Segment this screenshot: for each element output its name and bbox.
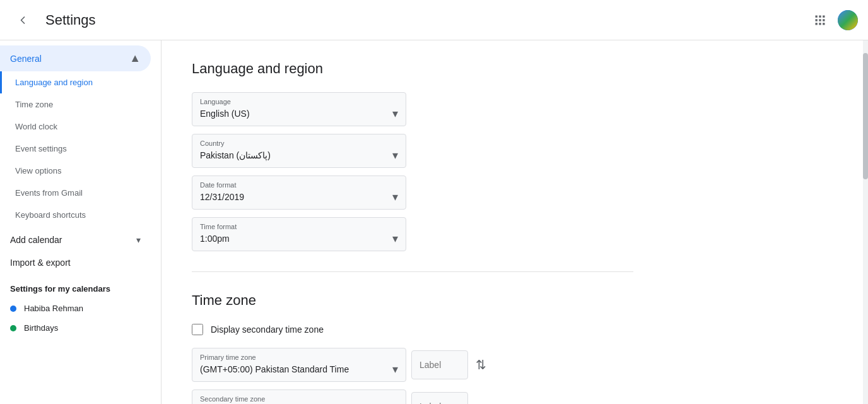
topbar-right bbox=[807, 8, 858, 33]
layout: General ▲ Language and region Time zone … bbox=[0, 40, 868, 404]
secondary-timezone-dropdown-label: Secondary time zone bbox=[200, 395, 398, 403]
habiba-label: Habiba Rehman bbox=[24, 304, 83, 313]
calendar-item-habiba[interactable]: Habiba Rehman bbox=[0, 299, 161, 318]
time-format-dropdown[interactable]: Time format 1:00pm ▾ bbox=[192, 217, 406, 251]
sidebar-item-keyboard-shortcuts[interactable]: Keyboard shortcuts bbox=[0, 204, 151, 226]
sidebar-item-timezone-label: Time zone bbox=[15, 100, 53, 109]
country-label: Country bbox=[200, 140, 398, 147]
country-dropdown-arrow: ▾ bbox=[392, 148, 398, 162]
import-export-label: Import & export bbox=[10, 258, 71, 268]
language-dropdown-arrow: ▾ bbox=[392, 107, 398, 121]
sidebar-general-section: General ▲ Language and region Time zone … bbox=[0, 45, 161, 226]
topbar: Settings bbox=[0, 0, 868, 40]
time-format-form-group: Time format 1:00pm ▾ bbox=[192, 217, 699, 251]
sidebar-item-time-zone[interactable]: Time zone bbox=[0, 93, 151, 116]
add-calendar-label: Add calendar bbox=[10, 235, 62, 245]
page-title: Settings bbox=[45, 12, 96, 28]
primary-timezone-value-text: (GMT+05:00) Pakistan Standard Time bbox=[200, 364, 349, 374]
language-region-title: Language and region bbox=[192, 61, 699, 77]
sidebar-add-calendar[interactable]: Add calendar ▾ bbox=[0, 229, 151, 251]
sidebar-item-events-from-gmail[interactable]: Events from Gmail bbox=[0, 182, 151, 204]
date-format-dropdown[interactable]: Date format 12/31/2019 ▾ bbox=[192, 175, 406, 210]
swap-icon[interactable]: ⇅ bbox=[473, 355, 489, 375]
date-format-dropdown-arrow: ▾ bbox=[392, 190, 398, 204]
time-format-label: Time format bbox=[200, 223, 398, 230]
date-format-form-group: Date format 12/31/2019 ▾ bbox=[192, 175, 699, 210]
sidebar-general-header[interactable]: General ▲ bbox=[0, 45, 151, 71]
secondary-timezone-label-input[interactable] bbox=[411, 392, 468, 404]
country-value-text: Pakistan (پاکستان) bbox=[200, 150, 271, 160]
birthdays-label: Birthdays bbox=[24, 323, 58, 333]
sidebar-item-view-options[interactable]: View options bbox=[0, 160, 151, 182]
secondary-timezone-dropdown-row: Secondary time zone Not selected ▾ bbox=[192, 389, 699, 404]
secondary-timezone-dropdown[interactable]: Secondary time zone Not selected ▾ bbox=[192, 389, 406, 404]
section-divider bbox=[192, 271, 633, 272]
calendar-item-birthdays[interactable]: Birthdays bbox=[0, 318, 161, 338]
svg-rect-2 bbox=[823, 15, 824, 17]
sidebar-general-items: Language and region Time zone World cloc… bbox=[0, 71, 161, 226]
chevron-down-icon: ▾ bbox=[136, 235, 141, 245]
sidebar-item-viewoptions-label: View options bbox=[15, 166, 61, 175]
apps-button[interactable] bbox=[807, 8, 833, 33]
primary-timezone-row: Primary time zone (GMT+05:00) Pakistan S… bbox=[192, 348, 699, 382]
language-value-text: English (US) bbox=[200, 109, 250, 119]
sidebar-item-keyboard-label: Keyboard shortcuts bbox=[15, 210, 86, 220]
language-region-section: Language and region Language English (US… bbox=[192, 61, 699, 251]
language-form-group: Language English (US) ▾ bbox=[192, 92, 699, 126]
country-form-group: Country Pakistan (پاکستان) ▾ bbox=[192, 134, 699, 168]
habiba-dot bbox=[10, 306, 16, 312]
sidebar-item-language-and-region[interactable]: Language and region bbox=[0, 71, 151, 93]
sidebar-import-export[interactable]: Import & export bbox=[0, 251, 151, 274]
scrollbar-thumb[interactable] bbox=[863, 53, 868, 179]
sidebar-item-event-settings[interactable]: Event settings bbox=[0, 138, 151, 160]
svg-rect-5 bbox=[823, 19, 824, 21]
settings-for-my-calendars: Settings for my calendars bbox=[0, 274, 161, 299]
date-format-value: 12/31/2019 ▾ bbox=[200, 190, 398, 204]
topbar-left: Settings bbox=[10, 8, 96, 33]
svg-rect-8 bbox=[823, 23, 824, 25]
scrollbar-track[interactable] bbox=[863, 40, 868, 404]
language-value: English (US) ▾ bbox=[200, 107, 398, 121]
country-dropdown[interactable]: Country Pakistan (پاکستان) ▾ bbox=[192, 134, 406, 168]
sidebar: General ▲ Language and region Time zone … bbox=[0, 40, 161, 404]
settings-for-label: Settings for my calendars bbox=[10, 284, 110, 294]
svg-rect-0 bbox=[816, 15, 818, 17]
sidebar-general-label: General bbox=[10, 54, 42, 64]
primary-timezone-label: Primary time zone bbox=[200, 354, 398, 361]
primary-timezone-label-input[interactable] bbox=[411, 350, 468, 379]
sidebar-item-language-label: Language and region bbox=[15, 78, 93, 87]
primary-timezone-arrow: ▾ bbox=[392, 362, 398, 376]
secondary-timezone-checkbox[interactable] bbox=[192, 324, 203, 335]
time-format-value: 1:00pm ▾ bbox=[200, 232, 398, 246]
date-format-value-text: 12/31/2019 bbox=[200, 192, 244, 202]
secondary-timezone-row: Display secondary time zone bbox=[192, 324, 699, 335]
timezone-title: Time zone bbox=[192, 292, 699, 309]
sidebar-item-eventsgmail-label: Events from Gmail bbox=[15, 188, 83, 198]
time-format-value-text: 1:00pm bbox=[200, 234, 230, 244]
sidebar-item-world-clock[interactable]: World clock bbox=[0, 116, 151, 138]
back-button[interactable] bbox=[10, 8, 35, 33]
chevron-up-icon: ▲ bbox=[129, 52, 141, 65]
country-value: Pakistan (پاکستان) ▾ bbox=[200, 148, 398, 162]
svg-rect-6 bbox=[816, 23, 818, 25]
svg-rect-7 bbox=[819, 23, 821, 25]
birthdays-dot bbox=[10, 325, 16, 331]
svg-rect-1 bbox=[819, 15, 821, 17]
time-format-dropdown-arrow: ▾ bbox=[392, 232, 398, 246]
avatar-image bbox=[838, 10, 858, 30]
timezone-section: Time zone Display secondary time zone Pr… bbox=[192, 292, 699, 404]
sidebar-item-worldclock-label: World clock bbox=[15, 122, 57, 131]
sidebar-item-eventsettings-label: Event settings bbox=[15, 144, 67, 153]
svg-rect-4 bbox=[819, 19, 821, 21]
secondary-timezone-label: Display secondary time zone bbox=[211, 324, 324, 335]
language-dropdown[interactable]: Language English (US) ▾ bbox=[192, 92, 406, 126]
date-format-label: Date format bbox=[200, 181, 398, 189]
main-content: Language and region Language English (US… bbox=[161, 40, 729, 404]
language-label: Language bbox=[200, 98, 398, 105]
primary-timezone-dropdown[interactable]: Primary time zone (GMT+05:00) Pakistan S… bbox=[192, 348, 406, 382]
avatar[interactable] bbox=[838, 10, 858, 30]
primary-timezone-value: (GMT+05:00) Pakistan Standard Time ▾ bbox=[200, 362, 398, 376]
svg-rect-3 bbox=[816, 19, 818, 21]
